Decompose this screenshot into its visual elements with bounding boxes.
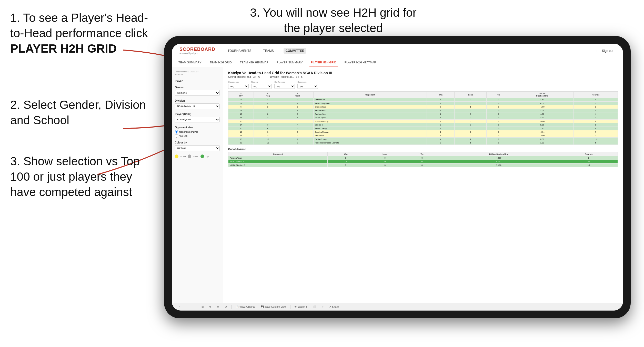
toolbar-watch[interactable]: 👁 Watch ▾ — [293, 305, 309, 309]
table-row: 1 — [455, 105, 487, 109]
nav-pipe: | — [597, 49, 597, 52]
table-row: 3 — [254, 105, 282, 109]
colour-by-select[interactable]: Win/loss — [175, 145, 220, 151]
table-row: 6 — [254, 112, 282, 116]
subnav-team-h2h-heatmap[interactable]: TEAM H2H HEATMAP — [238, 59, 270, 66]
table-row: 3 — [573, 102, 618, 105]
subnav-player-h2h-heatmap[interactable]: PLAYER H2H HEATMAP — [343, 59, 378, 66]
toolbar-back[interactable]: ← — [184, 305, 189, 309]
table-row: Stella Cheng — [314, 127, 427, 130]
toolbar-expand[interactable]: ↗ — [320, 305, 325, 309]
region-filter-select[interactable]: (All) — [251, 84, 272, 89]
col-win: Win — [427, 92, 455, 98]
filter-region: Region (All) — [251, 81, 272, 89]
table-row: 0 — [487, 141, 511, 145]
toolbar-grid[interactable]: ⊞ — [200, 305, 205, 309]
subnav-player-h2h-grid[interactable]: PLAYER H2H GRID — [309, 59, 338, 66]
subnav-player-summary[interactable]: PLAYER SUMMARY — [275, 59, 304, 66]
ood-row: 0 — [406, 163, 438, 167]
table-row: 1 — [455, 141, 487, 145]
step1-text: 1. To see a Player's Head-to-Head perfor… — [10, 10, 149, 41]
table-row: 2 — [282, 134, 314, 138]
toolbar-sep2 — [290, 305, 290, 309]
player-rank-select[interactable]: 8. Katelyn Vo — [175, 117, 220, 122]
player-rank-section: Player (Rank) 8. Katelyn Vo — [175, 113, 220, 122]
toolbar-share[interactable]: ↗ Share — [328, 305, 340, 309]
table-row: 2 — [573, 134, 618, 138]
table-row: 6 — [228, 105, 254, 109]
content-records: Overall Record: 353 - 34 - 6 Division Re… — [228, 75, 618, 78]
table-row: 0.38 — [511, 123, 573, 127]
step3a-block: 3. Show selection vs Top 100 or just pla… — [10, 154, 149, 200]
opponent-filter-select[interactable]: (All) — [297, 84, 318, 89]
toolbar-refresh-left[interactable]: ↺ — [208, 305, 213, 309]
table-row: 1 — [254, 130, 282, 134]
division-select[interactable]: NCAA Division III NCAA Division I NCAA D… — [175, 103, 220, 109]
toolbar-refresh-right[interactable]: ↻ — [215, 305, 220, 309]
table-row: 1 — [282, 98, 314, 102]
toolbar-forward[interactable]: → — [192, 305, 197, 309]
ood-col-loss: Loss — [364, 152, 406, 156]
opponents-filter-select[interactable]: (All) — [228, 84, 249, 89]
ood-col-rounds: Rounds — [560, 152, 618, 156]
toolbar-save-view[interactable]: 💾 Save Custom View — [259, 305, 288, 309]
filter-opponents: Opponents: (All) — [228, 81, 249, 89]
table-row: 0 — [487, 116, 511, 120]
toolbar-view-original[interactable]: 📋 View: Original — [234, 305, 257, 309]
opponents-played-option[interactable]: Opponents Played — [175, 130, 220, 133]
logo: SCOREBOARD Powered by clippd — [179, 47, 215, 55]
table-row: 1.25 — [511, 127, 573, 130]
step3a-text: 3. Show selection vs Top 100 or just pla… — [10, 154, 149, 200]
top-100-option[interactable]: Top 100 — [175, 134, 220, 138]
table-row: 1 — [427, 102, 455, 105]
nav-teams[interactable]: TEAMS — [261, 48, 276, 54]
subnav-team-summary[interactable]: TEAM SUMMARY — [177, 59, 203, 66]
ood-row: 0 — [364, 160, 406, 163]
ood-row: Foreign Team — [228, 156, 328, 160]
nav-tournaments[interactable]: TOURNAMENTS — [226, 48, 253, 54]
ood-col-diff: Diff Av Strokes/Rnd — [438, 152, 560, 156]
table-row: 0 — [487, 138, 511, 141]
table-row: 15 — [228, 127, 254, 130]
table-row: 3 — [573, 109, 618, 112]
toolbar-sep1 — [231, 305, 232, 309]
step3b-text: 3. You will now see H2H grid for the pla… — [244, 5, 423, 36]
gender-select[interactable]: Women's Men's — [175, 90, 220, 96]
toolbar-undo[interactable]: ↩ — [176, 305, 181, 309]
table-row: 11 — [254, 141, 282, 145]
table-row: 4 — [427, 138, 455, 141]
table-row: Sydney Kuo — [314, 105, 427, 109]
table-row: 7 — [254, 123, 282, 127]
table-row: 7 — [573, 130, 618, 134]
division-label: Division — [175, 99, 220, 102]
nav-committee[interactable]: COMMITTEE — [284, 48, 306, 54]
out-of-division-table: Opponent Win Loss Tie Diff Av Strokes/Rn… — [228, 152, 618, 167]
table-row: 0 — [455, 127, 487, 130]
gender-section: Gender Women's Men's — [175, 86, 220, 96]
toolbar-timer[interactable]: ⏱ — [223, 305, 229, 309]
table-row: Federica Domecq Lacroze — [314, 141, 427, 145]
table-row: 4 — [573, 127, 618, 130]
ood-col-tie: Tie — [406, 152, 438, 156]
toolbar-layout[interactable]: ⬜ — [311, 305, 317, 309]
table-row: Sharon Mun — [314, 109, 427, 112]
table-row: 4 — [573, 98, 618, 102]
table-row: 5 — [282, 116, 314, 120]
nav-right: | Sign out — [597, 48, 615, 54]
ood-row: 5 — [327, 163, 364, 167]
player-section: Player — [175, 80, 220, 82]
conference-filter-select[interactable]: (All) — [274, 84, 295, 89]
col-opponent: Opponent — [314, 92, 427, 98]
level-label: Level — [193, 155, 198, 158]
table-row: Euna Lee — [314, 134, 427, 138]
overall-record: Overall Record: 353 - 34 - 6 — [228, 75, 260, 78]
table-row: Eunice Yi — [314, 123, 427, 127]
sign-out-button[interactable]: Sign out — [600, 48, 615, 54]
table-row: 3 — [573, 105, 618, 109]
table-row: Andrea York — [314, 112, 427, 116]
ood-row: 2 — [560, 156, 618, 160]
table-row: 2 — [254, 134, 282, 138]
subnav-team-h2h-grid[interactable]: TEAM H2H GRID — [208, 59, 233, 66]
table-row: 4 — [282, 109, 314, 112]
table-row: 3.67 — [511, 109, 573, 112]
